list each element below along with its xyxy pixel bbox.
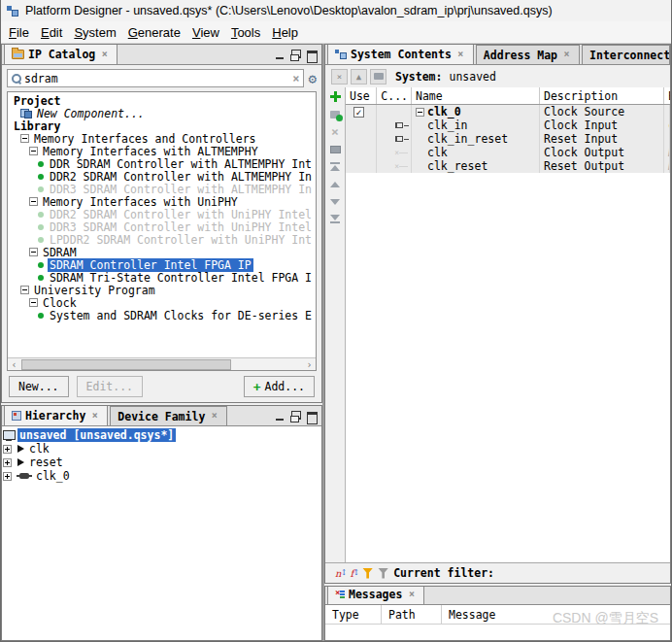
ip-tree-item[interactable]: DDR2 SDRAM Controller with ALTMEMPHY In: [8, 170, 316, 183]
menu-view[interactable]: View: [187, 23, 224, 42]
tab-interconnect-requirements[interactable]: Interconnect Requirements: [582, 45, 670, 64]
collapse-icon[interactable]: [29, 248, 38, 256]
ip-tree-item[interactable]: Clock: [8, 296, 316, 309]
hierarchy-item-clk[interactable]: clk: [3, 442, 320, 456]
remove-button[interactable]: [328, 125, 342, 138]
scroll-right-icon[interactable]: [303, 359, 316, 370]
column-description[interactable]: Description: [540, 87, 664, 104]
menu-system[interactable]: System: [69, 23, 120, 42]
export-cell[interactable]: clk: [664, 118, 670, 132]
export-cell[interactable]: Double-click to export: [664, 159, 670, 173]
use-checkbox[interactable]: ✓: [353, 107, 364, 118]
expand-icon[interactable]: [3, 445, 12, 454]
unconnected-icon[interactable]: [394, 149, 408, 157]
search-input[interactable]: [24, 72, 289, 85]
tab-ip-catalog[interactable]: IP Catalog: [4, 45, 118, 64]
move-top-button[interactable]: [328, 160, 342, 173]
component-button[interactable]: [370, 69, 386, 84]
horizontal-scrollbar[interactable]: [8, 357, 316, 370]
column-use[interactable]: Use: [346, 87, 377, 104]
move-up-button[interactable]: [328, 178, 342, 190]
float-icon[interactable]: [289, 411, 302, 422]
close-tab-icon[interactable]: [455, 50, 466, 60]
move-up-system-button[interactable]: ▲: [351, 69, 367, 84]
clear-filter-icon[interactable]: [378, 568, 388, 579]
expand-icon[interactable]: [3, 458, 12, 467]
collapse-icon[interactable]: [416, 108, 424, 117]
close-tab-icon[interactable]: [89, 411, 100, 422]
tab-device-family[interactable]: Device Family: [110, 406, 227, 425]
close-tab-icon[interactable]: [561, 50, 572, 60]
remove-system-button[interactable]: ×: [331, 69, 348, 84]
close-tab-icon[interactable]: [99, 50, 110, 60]
ip-tree-item[interactable]: Memory Interfaces and Controllers: [8, 132, 316, 145]
interface-names-icon[interactable]: f: [350, 568, 357, 579]
ip-tree-item[interactable]: Library: [8, 119, 316, 132]
menu-edit[interactable]: Edit: [36, 23, 67, 42]
table-row[interactable]: clk_in_resetReset Inputreset: [346, 132, 670, 146]
column-export[interactable]: Export: [664, 87, 670, 104]
close-tab-icon[interactable]: [406, 590, 417, 600]
ip-tree-item[interactable]: DDR SDRAM Controller with ALTMEMPHY Int: [8, 157, 316, 170]
hierarchy-root[interactable]: unsaved [unsaved.qsys*]: [3, 428, 320, 442]
maximize-icon[interactable]: [305, 411, 318, 422]
table-row[interactable]: clkClock OutputDouble-click to export: [346, 146, 670, 159]
float-icon[interactable]: [289, 50, 302, 61]
ip-tree-item[interactable]: New Component...: [8, 107, 316, 119]
new-button[interactable]: New...: [9, 376, 69, 397]
move-down-button[interactable]: [328, 195, 342, 208]
menu-file[interactable]: File: [4, 23, 34, 42]
tab-hierarchy[interactable]: Hierarchy: [4, 406, 108, 425]
minimize-icon[interactable]: [274, 411, 286, 422]
ip-tree-item[interactable]: DDR3 SDRAM Controller with UniPHY Intel: [8, 220, 316, 233]
ip-tree-item[interactable]: University Program: [8, 284, 316, 296]
filter-funnel-icon[interactable]: [362, 568, 373, 579]
port-icon[interactable]: [395, 122, 403, 128]
signal-names-icon[interactable]: n: [335, 568, 345, 579]
search-box[interactable]: [7, 69, 304, 87]
ip-tree-item[interactable]: DDR2 SDRAM Controller with UniPHY Intel: [8, 208, 316, 220]
collapse-icon[interactable]: [29, 298, 38, 307]
export-cell[interactable]: [664, 105, 670, 118]
menu-generate[interactable]: Generate: [123, 23, 185, 42]
export-cell[interactable]: reset: [664, 132, 670, 146]
column-type[interactable]: Type: [325, 605, 382, 624]
menu-help[interactable]: Help: [267, 23, 303, 42]
edit-button[interactable]: Edit...: [77, 376, 143, 397]
ip-tree-item[interactable]: Memory Interfaces with UniPHY: [8, 195, 316, 208]
table-row[interactable]: clk_resetReset OutputDouble-click to exp…: [346, 159, 670, 173]
add-connection-button[interactable]: [328, 108, 342, 120]
collapse-icon[interactable]: [20, 134, 29, 143]
scrollbar-thumb[interactable]: [21, 359, 231, 370]
column-name[interactable]: Name: [412, 87, 540, 104]
ip-tree-item[interactable]: LPDDR2 SDRAM Controller with UniPHY Int: [8, 233, 316, 246]
column-path[interactable]: Path: [382, 605, 442, 624]
maximize-icon[interactable]: [305, 50, 318, 61]
ip-tree-item[interactable]: System and SDRAM Clocks for DE-series E: [8, 309, 316, 321]
details-button[interactable]: [328, 143, 342, 155]
add-button[interactable]: Add...: [244, 376, 315, 397]
port-icon[interactable]: [395, 136, 403, 142]
expand-icon[interactable]: [3, 472, 12, 481]
ip-tree-item[interactable]: DDR3 SDRAM Controller with ALTMEMPHY In: [8, 183, 316, 195]
ip-tree-item[interactable]: Memory Interfaces with ALTMEMPHY: [8, 145, 316, 157]
table-row[interactable]: ✓clk_0Clock Source: [346, 105, 670, 118]
clear-search-icon[interactable]: [292, 73, 299, 84]
move-bottom-button[interactable]: [328, 213, 342, 225]
ip-tree-item[interactable]: Project: [8, 94, 316, 107]
table-row[interactable]: clk_inClock Inputclk: [346, 118, 670, 132]
collapse-icon[interactable]: [20, 286, 29, 294]
hierarchy-item-clk_0[interactable]: clk_0: [3, 469, 320, 483]
ip-tree-item[interactable]: SDRAM Tri-State Controller Intel FPGA I: [8, 271, 316, 284]
collapse-icon[interactable]: [29, 197, 38, 206]
tab-messages[interactable]: Messages: [327, 587, 424, 604]
close-tab-icon[interactable]: [209, 411, 219, 422]
column-message[interactable]: Message: [442, 605, 549, 624]
ip-tree-item[interactable]: SDRAM Controller Intel FPGA IP: [8, 258, 316, 271]
hierarchy-item-reset[interactable]: reset: [3, 456, 320, 469]
menu-tools[interactable]: Tools: [226, 23, 265, 42]
collapse-icon[interactable]: [29, 147, 38, 155]
minimize-icon[interactable]: [274, 50, 286, 61]
ip-tree-item[interactable]: SDRAM: [8, 246, 316, 258]
add-component-button[interactable]: [328, 90, 342, 103]
